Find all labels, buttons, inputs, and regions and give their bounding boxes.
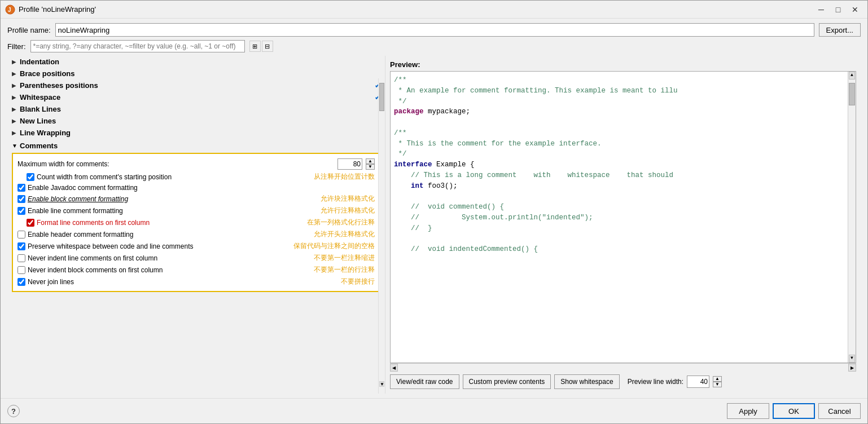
profile-name-input[interactable]: [55, 23, 814, 37]
header-comment-checkbox[interactable]: [17, 231, 25, 238]
never-indent-line-checkbox[interactable]: [17, 254, 25, 262]
right-panel: Preview: /** * An example for comment fo…: [385, 56, 861, 394]
arrow-icon: ▶: [12, 82, 20, 89]
preview-width-decrement-button[interactable]: ▼: [713, 382, 722, 387]
sidebar-item-label: Line Wrapping: [20, 129, 380, 137]
count-width-checkbox[interactable]: [27, 173, 34, 181]
preview-vscrollbar[interactable]: ▲ ▼: [848, 72, 856, 363]
sidebar-item-label: Whitespace: [20, 93, 372, 101]
dialog-content: Profile name: Export... Filter: ⊞ ⊟: [1, 19, 867, 398]
code-line: */: [394, 96, 852, 107]
filter-expand-button[interactable]: ⊞: [249, 41, 261, 52]
vscroll-thumb[interactable]: [849, 83, 855, 105]
code-line: */: [394, 149, 852, 160]
sidebar-item-label: Parentheses positions: [20, 81, 372, 90]
never-indent-block-checkbox[interactable]: [17, 266, 25, 274]
ok-button[interactable]: OK: [773, 403, 815, 419]
code-line: // }: [394, 223, 852, 234]
arrow-expanded-icon: ▼: [12, 143, 20, 149]
block-comment-checkbox[interactable]: [17, 195, 25, 203]
code-line: // void indentedCommented() {: [394, 244, 852, 255]
line-comment-checkbox[interactable]: [17, 207, 25, 215]
profile-row: Profile name: Export...: [7, 23, 861, 37]
minimize-button[interactable]: ─: [813, 4, 829, 15]
preview-width-increment-button[interactable]: ▲: [713, 376, 722, 382]
code-line: [394, 117, 852, 128]
arrow-icon: ▶: [12, 59, 20, 65]
sidebar-item-new-lines[interactable]: ▶ New Lines: [7, 115, 385, 127]
never-indent-line-chinese-label: 不要第一栏注释缩进: [314, 253, 375, 263]
sidebar-item-parentheses-positions[interactable]: ▶ Parentheses positions ✔: [7, 80, 385, 91]
code-line: [394, 233, 852, 244]
preview-width-label: Preview line width:: [628, 378, 683, 386]
restore-button[interactable]: □: [830, 4, 846, 15]
left-scrollbar[interactable]: ▼: [378, 78, 385, 394]
preview-width-input[interactable]: [687, 376, 709, 388]
comments-settings-box: Maximum width for comments: ▲ ▼ Co: [12, 153, 380, 292]
max-width-input[interactable]: [337, 158, 362, 170]
svg-text:J: J: [8, 7, 11, 13]
sidebar-item-indentation[interactable]: ▶ Indentation: [7, 56, 385, 68]
custom-preview-contents-button[interactable]: Custom preview contents: [463, 374, 551, 389]
vscroll-up-arrow[interactable]: ▲: [849, 72, 855, 80]
line-comment-row: Enable line comment formatting 允许行注释格式化: [17, 205, 375, 217]
filter-input[interactable]: [30, 40, 245, 52]
show-whitespace-button[interactable]: Show whitespace: [554, 374, 619, 389]
code-preview-area[interactable]: /** * An example for comment formatting.…: [390, 71, 856, 363]
window-title: Profile 'noLineWrapring': [19, 5, 96, 14]
never-indent-block-row: Never indent block comments on first col…: [17, 264, 375, 276]
preview-label: Preview:: [390, 60, 856, 69]
max-width-row: Maximum width for comments: ▲ ▼: [17, 157, 375, 171]
close-button[interactable]: ✕: [847, 4, 863, 15]
view-raw-code-button[interactable]: View/edit raw code: [390, 374, 459, 389]
cancel-button[interactable]: Cancel: [818, 403, 861, 419]
line-comment-label: Enable line comment formatting: [28, 207, 314, 215]
sidebar-item-comments[interactable]: ▼ Comments: [12, 140, 380, 152]
left-scrollbar-thumb[interactable]: [379, 83, 384, 111]
max-width-increment-button[interactable]: ▲: [366, 158, 375, 164]
sidebar-item-brace-positions[interactable]: ▶ Brace positions: [7, 68, 385, 80]
code-line: /**: [394, 128, 852, 139]
code-line: // System.out.println("indented");: [394, 213, 852, 223]
left-panel: ▶ Indentation ▶ Brace positions ▶ Parent…: [7, 56, 385, 394]
export-button[interactable]: Export...: [819, 23, 861, 37]
max-width-label: Maximum width for comments:: [17, 160, 334, 168]
hscroll-left-arrow[interactable]: ◀: [390, 364, 398, 372]
format-first-col-checkbox[interactable]: [27, 219, 34, 227]
preserve-ws-row: Preserve whitespace between code and lin…: [17, 240, 375, 252]
sidebar-item-whitespace[interactable]: ▶ Whitespace ✔: [7, 91, 385, 103]
scroll-down-arrow[interactable]: ▼: [379, 381, 384, 387]
arrow-icon: ▶: [12, 130, 20, 136]
block-comment-chinese-label: 允许块注释格式化: [321, 194, 375, 204]
never-indent-block-label: Never indent block comments on first col…: [28, 266, 307, 274]
settings-tree: ▶ Indentation ▶ Brace positions ▶ Parent…: [7, 56, 385, 394]
count-width-label: Count width from comment's starting posi…: [37, 173, 307, 181]
comments-section: ▼ Comments Maximum width for comments: ▲…: [12, 140, 380, 292]
profile-name-label: Profile name:: [7, 26, 51, 34]
preserve-ws-chinese-label: 保留代码与注释之间的空格: [293, 241, 375, 251]
preserve-ws-checkbox[interactable]: [17, 242, 25, 250]
filter-collapse-button[interactable]: ⊟: [262, 41, 273, 52]
header-comment-row: Enable header comment formatting 允许开头注释格…: [17, 228, 375, 240]
sidebar-item-label: Indentation: [20, 58, 380, 66]
preview-controls: View/edit raw code Custom preview conten…: [390, 374, 856, 389]
line-comment-chinese-label: 允许行注释格式化: [321, 206, 375, 215]
preview-width-spinner: ▲ ▼: [713, 376, 722, 387]
never-join-checkbox[interactable]: [17, 278, 25, 286]
vscroll-down-arrow[interactable]: ▼: [849, 355, 855, 363]
javadoc-checkbox[interactable]: [17, 184, 25, 192]
arrow-icon: ▶: [12, 94, 20, 100]
never-indent-block-chinese-label: 不要第一栏的行注释: [314, 265, 375, 275]
hscroll-right-arrow[interactable]: ▶: [848, 364, 856, 372]
sidebar-item-blank-lines[interactable]: ▶ Blank Lines: [7, 103, 385, 115]
apply-button[interactable]: Apply: [727, 403, 769, 419]
code-line: // This is a long comment with whitespac…: [394, 170, 852, 181]
sidebar-item-line-wrapping[interactable]: ▶ Line Wrapping: [7, 127, 385, 139]
preview-hscrollbar[interactable]: ◀ ▶: [390, 363, 856, 371]
code-line: // void commented() {: [394, 202, 852, 213]
help-button[interactable]: ?: [7, 405, 20, 417]
title-bar-left: J Profile 'noLineWrapring': [5, 5, 96, 15]
block-comment-row: Enable block comment formatting 允许块注释格式化: [17, 193, 375, 205]
block-comment-label: Enable block comment formatting: [28, 195, 314, 203]
max-width-decrement-button[interactable]: ▼: [366, 164, 375, 170]
